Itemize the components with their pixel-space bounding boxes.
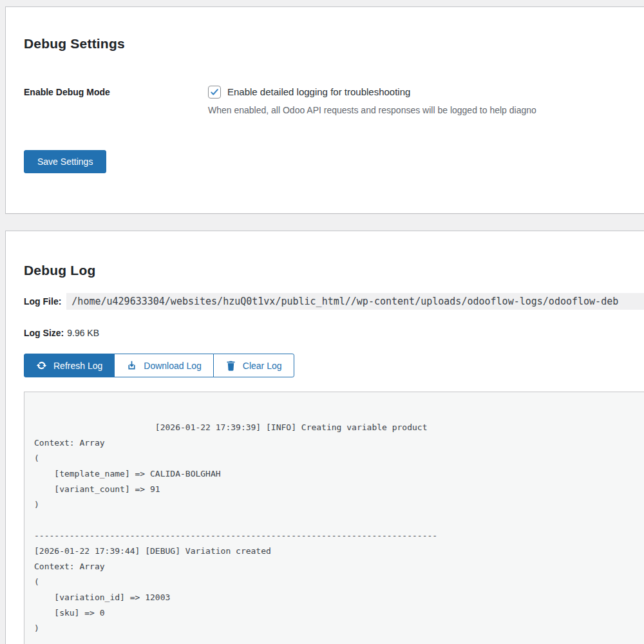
trash-icon [225,360,236,371]
refresh-log-label: Refresh Log [53,361,102,371]
log-viewer[interactable]: [2026-01-22 17:39:39] [INFO] Creating va… [24,392,644,644]
admin-page: Debug Settings Enable Debug Mode Enable … [0,0,644,644]
debug-mode-checkbox[interactable] [208,86,221,99]
log-size-row: Log Size:9.96 KB [24,327,644,339]
log-file-row: Log File: /home/u429633304/websites/hzuQ… [24,293,644,310]
enable-debug-mode-label: Enable Debug Mode [24,84,208,99]
debug-mode-checkbox-label[interactable]: Enable detailed logging for troubleshoot… [208,84,536,100]
log-file-label: Log File: [24,296,61,307]
enable-debug-mode-control: Enable detailed logging for troubleshoot… [208,84,536,117]
log-content: [2026-01-22 17:39:39] [INFO] Creating va… [34,404,644,636]
clear-log-label: Clear Log [243,361,282,371]
clear-log-button[interactable]: Clear Log [213,354,294,377]
refresh-icon [36,360,47,371]
download-log-button[interactable]: Download Log [114,354,214,377]
debug-log-title: Debug Log [24,231,644,279]
debug-settings-panel: Debug Settings Enable Debug Mode Enable … [5,6,644,214]
log-size-value: 9.96 KB [67,328,99,338]
refresh-log-button[interactable]: Refresh Log [24,354,115,377]
debug-mode-checkbox-text: Enable detailed logging for troubleshoot… [227,84,410,100]
download-icon [126,360,137,371]
log-actions-button-group: Refresh Log Download Log Clear Log [24,354,294,377]
enable-debug-mode-row: Enable Debug Mode Enable detailed loggin… [24,84,644,117]
log-file-path: /home/u429633304/websites/hzuQ0t1vx/publ… [66,293,644,310]
checkmark-icon [210,88,219,97]
debug-settings-title: Debug Settings [24,7,644,52]
save-settings-button[interactable]: Save Settings [24,150,106,173]
debug-mode-description: When enabled, all Odoo API requests and … [208,104,536,117]
download-log-label: Download Log [144,361,202,371]
log-size-label: Log Size: [24,328,64,338]
debug-log-panel: Debug Log Log File: /home/u429633304/web… [5,231,644,644]
